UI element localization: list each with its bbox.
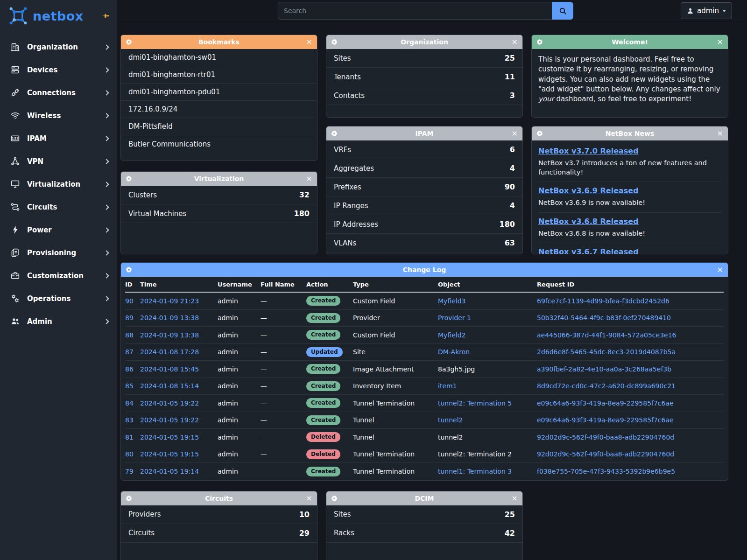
close-icon[interactable]: × <box>512 130 518 137</box>
changelog-time-link[interactable]: 2024-01-08 17:28 <box>140 348 218 356</box>
close-icon[interactable]: × <box>512 495 518 502</box>
changelog-time-link[interactable]: 2024-01-09 13:38 <box>140 331 218 339</box>
changelog-request-link[interactable]: e09c64a6-93f3-419a-8ea9-229585f7c6ae <box>537 399 724 407</box>
news-link[interactable]: NetBox v3.6.7 Released <box>538 247 639 254</box>
changelog-id-link[interactable]: 88 <box>125 331 140 339</box>
sidebar-item-power[interactable]: Power <box>0 218 117 241</box>
stat-value-link[interactable]: 29 <box>299 529 310 538</box>
stat-value-link[interactable]: 4 <box>510 164 515 173</box>
changelog-request-link[interactable]: 69fce7cf-1139-4d99-bfea-f3dcbd2452d6 <box>537 297 724 305</box>
gear-icon[interactable] <box>126 39 132 45</box>
stat-value-link[interactable]: 180 <box>294 209 310 218</box>
changelog-id-link[interactable]: 89 <box>125 314 140 322</box>
changelog-time-link[interactable]: 2024-01-05 19:15 <box>140 450 218 458</box>
changelog-object-link[interactable]: DM-Akron <box>438 348 537 356</box>
sidebar-item-virtualization[interactable]: Virtualization <box>0 173 117 196</box>
sidebar-item-admin[interactable]: Admin <box>0 310 117 333</box>
news-link[interactable]: NetBox v3.6.8 Released <box>538 217 639 226</box>
changelog-object-link[interactable]: Myfield2 <box>438 331 537 339</box>
stat-value-link[interactable]: 63 <box>505 238 515 247</box>
changelog-id-link[interactable]: 83 <box>125 416 140 424</box>
sidebar-item-connections[interactable]: Connections <box>0 81 117 104</box>
changelog-id-link[interactable]: 80 <box>125 450 140 458</box>
close-icon[interactable]: × <box>512 38 518 46</box>
close-icon[interactable]: × <box>306 38 312 46</box>
sidebar-item-vpn[interactable]: VPN <box>0 150 117 173</box>
bookmark-link[interactable]: 172.16.0.9/24 <box>128 105 177 113</box>
changelog-request-link[interactable]: 92d02d9c-562f-49f0-baa8-adb22904760d <box>537 434 724 441</box>
changelog-object-link[interactable]: Provider 1 <box>438 314 537 322</box>
changelog-id-link[interactable]: 90 <box>125 297 140 305</box>
stat-value-link[interactable]: 11 <box>505 72 515 81</box>
changelog-time-link[interactable]: 2024-01-05 19:14 <box>140 468 218 475</box>
gear-icon[interactable] <box>536 39 543 45</box>
bookmark-link[interactable]: Butler Communications <box>128 140 211 148</box>
gear-icon[interactable] <box>331 495 338 502</box>
sidebar-item-provisioning[interactable]: Provisioning <box>0 241 117 264</box>
changelog-id-link[interactable]: 84 <box>125 399 140 407</box>
changelog-object-link[interactable]: tunnel2 <box>438 416 537 424</box>
changelog-time-link[interactable]: 2024-01-09 21:23 <box>140 297 218 305</box>
changelog-id-link[interactable]: 79 <box>125 468 140 475</box>
bookmark-link[interactable]: dmi01-binghamton-rtr01 <box>128 70 215 79</box>
brand[interactable]: netbox <box>0 0 117 31</box>
close-icon[interactable]: × <box>717 130 723 137</box>
stat-value-link[interactable]: 6 <box>510 145 515 154</box>
gear-icon[interactable] <box>126 495 132 502</box>
gear-icon[interactable] <box>126 175 132 182</box>
bookmark-link[interactable]: dmi01-binghamton-sw01 <box>128 53 216 62</box>
sidebar-item-circuits[interactable]: Circuits <box>0 196 117 218</box>
gear-icon[interactable] <box>536 130 543 137</box>
changelog-request-link[interactable]: 8d9cd72e-cd0c-47c2-a620-dc899a690c21 <box>537 382 724 390</box>
user-menu-button[interactable]: admin <box>681 2 732 19</box>
close-icon[interactable]: × <box>306 495 312 502</box>
stat-value-link[interactable]: 3 <box>510 91 515 100</box>
changelog-id-link[interactable]: 86 <box>125 365 140 373</box>
changelog-id-link[interactable]: 81 <box>125 434 140 441</box>
changelog-time-link[interactable]: 2024-01-08 15:14 <box>140 382 218 390</box>
changelog-time-link[interactable]: 2024-01-05 19:15 <box>140 434 218 441</box>
sidebar-item-customization[interactable]: Customization <box>0 264 117 287</box>
changelog-object-link[interactable]: Myfield3 <box>438 297 537 305</box>
search-button[interactable] <box>552 2 573 20</box>
changelog-request-link[interactable]: e09c64a6-93f3-419a-8ea9-229585f7c6ae <box>537 416 724 424</box>
changelog-request-link[interactable]: ae445066-387d-44f1-9084-572a05ce3e16 <box>537 331 724 339</box>
changelog-request-link[interactable]: 2d6d6e8f-5465-45dc-8ec3-2019d4087b5a <box>537 348 724 356</box>
close-icon[interactable]: × <box>306 175 312 182</box>
changelog-id-link[interactable]: 85 <box>125 382 140 390</box>
stat-value-link[interactable]: 42 <box>505 529 515 538</box>
changelog-request-link[interactable]: 50b32f40-5464-4f9c-b83f-0ef270489410 <box>537 314 724 322</box>
changelog-time-link[interactable]: 2024-01-05 19:22 <box>140 399 218 407</box>
sidebar-item-organization[interactable]: Organization <box>0 35 117 58</box>
changelog-object-link[interactable]: item1 <box>438 382 537 390</box>
stat-value-link[interactable]: 25 <box>505 54 515 63</box>
changelog-request-link[interactable]: a390fbef-2a82-4e10-aa0a-3c268aa5ef3b <box>537 365 724 373</box>
gear-icon[interactable] <box>331 39 338 45</box>
stat-value-link[interactable]: 180 <box>500 220 515 229</box>
news-link[interactable]: NetBox v3.6.9 Released <box>538 186 639 195</box>
bookmark-link[interactable]: dmi01-binghamton-pdu01 <box>128 88 220 96</box>
close-icon[interactable]: × <box>717 266 723 273</box>
stat-value-link[interactable]: 90 <box>505 182 515 191</box>
changelog-id-link[interactable]: 87 <box>125 348 140 356</box>
stat-value-link[interactable]: 10 <box>299 510 310 519</box>
changelog-request-link[interactable]: f038e755-705e-47f3-9433-5392b9e6b9e5 <box>537 468 724 475</box>
sidebar-item-operations[interactable]: Operations <box>0 287 117 310</box>
gear-icon[interactable] <box>331 130 338 137</box>
sidebar-item-devices[interactable]: Devices <box>0 58 117 81</box>
sidebar-item-ipam[interactable]: 123 IPAM <box>0 127 117 150</box>
changelog-request-link[interactable]: 92d02d9c-562f-49f0-baa8-adb22904760d <box>537 450 724 458</box>
bookmark-link[interactable]: DM-Pittsfield <box>128 122 173 131</box>
sidebar-item-wireless[interactable]: Wireless <box>0 104 117 127</box>
stat-value-link[interactable]: 32 <box>299 190 310 199</box>
changelog-object-link[interactable]: tunnel1: Termination 3 <box>438 468 537 475</box>
changelog-time-link[interactable]: 2024-01-05 19:22 <box>140 416 218 424</box>
changelog-time-link[interactable]: 2024-01-09 13:38 <box>140 314 218 322</box>
stat-value-link[interactable]: 25 <box>505 510 515 519</box>
search-input[interactable] <box>278 2 552 20</box>
stat-value-link[interactable]: 4 <box>510 201 515 210</box>
news-link[interactable]: NetBox v3.7.0 Released <box>538 147 639 155</box>
changelog-time-link[interactable]: 2024-01-08 15:45 <box>140 365 218 373</box>
changelog-object-link[interactable]: tunnel2: Termination 5 <box>438 399 537 407</box>
pin-icon[interactable] <box>100 11 110 21</box>
